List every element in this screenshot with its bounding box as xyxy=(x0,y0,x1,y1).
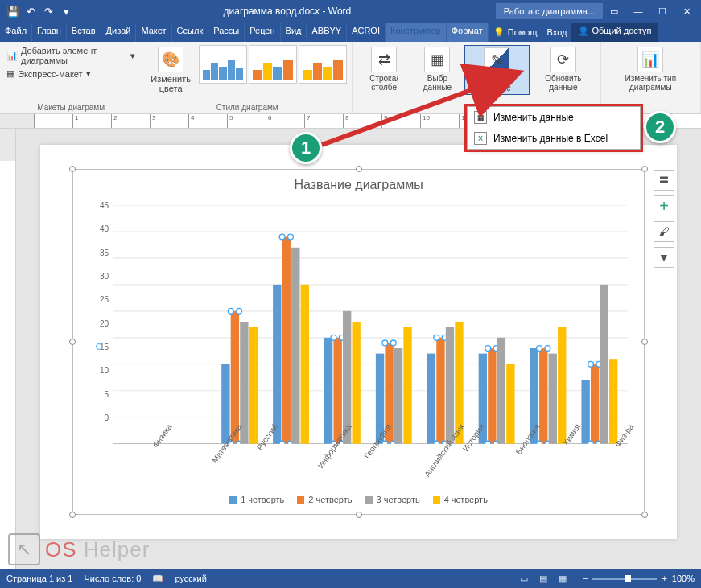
page: 〓 + 🖌 ▼ Название диаграммы 0510152025303… xyxy=(40,145,677,539)
tell-me[interactable]: 💡 Помощ xyxy=(489,23,542,42)
switch-icon: ⇄ xyxy=(371,47,397,72)
ribbon-tabs: Файл Главн Встав Дизай Макет Ссылк Рассы… xyxy=(0,23,701,42)
titlebar: 💾 ↶ ↷ ▾ диаграмма ворд.docx - Word Работ… xyxy=(0,0,701,23)
resize-handle[interactable] xyxy=(69,512,76,518)
dropdown-edit-data[interactable]: ▦ Изменить данные xyxy=(468,107,640,128)
status-language[interactable]: русский xyxy=(175,574,206,583)
select-data-button[interactable]: ▦ Выбр данные xyxy=(412,45,462,95)
svg-point-29 xyxy=(331,335,336,340)
window-title: диаграмма ворд.docx - Word xyxy=(79,6,496,17)
chart-filters-button[interactable]: 🖌 xyxy=(654,221,674,242)
chart-title[interactable]: Название диаграммы xyxy=(73,170,644,197)
dropdown-edit-excel[interactable]: X Изменить данные в Excel xyxy=(468,128,640,149)
svg-point-13 xyxy=(228,308,233,314)
resize-handle[interactable] xyxy=(69,166,76,172)
resize-handle[interactable] xyxy=(356,166,362,172)
quick-layout-button[interactable]: ▦ Экспресс-макет ▾ xyxy=(5,68,137,80)
palette-icon: 🎨 xyxy=(158,47,183,72)
edit-data-icon: ✎ xyxy=(484,47,509,73)
tab-mailings[interactable]: Рассы xyxy=(208,23,245,42)
zoom-in-icon[interactable]: + xyxy=(662,574,666,583)
svg-point-21 xyxy=(279,234,285,240)
view-read-icon[interactable]: ▭ xyxy=(515,571,533,586)
svg-rect-25 xyxy=(291,248,299,444)
share-button[interactable]: 👤 Общий доступ xyxy=(571,23,658,42)
tab-format[interactable]: Формат xyxy=(447,23,489,42)
chart-object[interactable]: 〓 + 🖌 ▼ Название диаграммы 0510152025303… xyxy=(72,169,645,515)
page-area: 〓 + 🖌 ▼ Название диаграммы 0510152025303… xyxy=(16,129,701,569)
group-styles-label: Стили диаграмм xyxy=(147,103,347,112)
chart-styles-gallery[interactable] xyxy=(199,45,347,84)
resize-handle[interactable] xyxy=(69,339,76,345)
save-icon[interactable]: 💾 xyxy=(6,5,19,18)
excel-icon: X xyxy=(474,132,487,145)
svg-point-45 xyxy=(434,335,439,340)
edit-data-dropdown: ▦ Изменить данные X Изменить данные в Ex… xyxy=(467,106,641,150)
proofing-icon[interactable]: 📖 xyxy=(152,574,163,584)
refresh-icon: ⟳ xyxy=(550,47,576,72)
chart-plot[interactable] xyxy=(113,205,628,444)
svg-point-53 xyxy=(485,346,491,352)
svg-point-61 xyxy=(537,346,542,352)
tab-design[interactable]: Дизай xyxy=(101,23,137,42)
minimize-icon[interactable]: — xyxy=(627,3,649,19)
tab-view[interactable]: Вид xyxy=(281,23,307,42)
svg-point-37 xyxy=(382,340,388,346)
tab-file[interactable]: Файл xyxy=(0,23,32,42)
watermark: ↖ OS Helper xyxy=(8,533,150,565)
status-words[interactable]: Число слов: 0 xyxy=(84,574,141,583)
resize-handle[interactable] xyxy=(641,512,648,518)
maximize-icon[interactable]: ☐ xyxy=(651,3,674,19)
close-icon[interactable]: ✕ xyxy=(675,3,698,19)
view-print-icon[interactable]: ▤ xyxy=(534,571,552,586)
chart-elements-button[interactable]: 〓 xyxy=(654,170,674,191)
ribbon-options-icon[interactable]: ▭ xyxy=(603,3,625,19)
annotation-badge-2: 2 xyxy=(644,111,676,143)
tab-insert[interactable]: Встав xyxy=(67,23,101,42)
switch-row-col-button[interactable]: ⇄ Строка/столбе xyxy=(357,45,410,95)
resize-handle[interactable] xyxy=(356,512,362,518)
zoom-out-icon[interactable]: − xyxy=(583,574,588,583)
table-icon: ▦ xyxy=(424,47,450,72)
tab-abbyy[interactable]: ABBYY xyxy=(307,23,347,42)
svg-point-14 xyxy=(237,308,242,314)
tab-constructor[interactable]: Конструктор xyxy=(386,23,447,42)
qat-more-icon[interactable]: ▾ xyxy=(60,5,72,18)
chart-type-icon: 📊 xyxy=(637,47,663,72)
mini-table-icon: ▦ xyxy=(474,111,487,124)
svg-point-62 xyxy=(545,346,550,352)
annotation-badge-1: 1 xyxy=(290,132,322,164)
add-chart-element-button[interactable]: 📊 Добавить элемент диаграммы ▾ xyxy=(5,45,137,66)
zoom-control[interactable]: − + 100% xyxy=(583,574,695,583)
y-axis-labels: 051015202530354045 xyxy=(88,205,112,417)
vertical-ruler[interactable] xyxy=(0,129,16,569)
statusbar: Страница 1 из 1 Число слов: 0 📖 русский … xyxy=(0,569,701,588)
tab-review[interactable]: Рецен xyxy=(245,23,280,42)
resize-handle[interactable] xyxy=(641,339,648,345)
context-tool-label: Работа с диаграмма... xyxy=(496,3,603,19)
status-page[interactable]: Страница 1 из 1 xyxy=(6,574,72,583)
svg-point-38 xyxy=(390,340,396,346)
tab-home[interactable]: Главн xyxy=(32,23,67,42)
undo-icon[interactable]: ↶ xyxy=(24,5,37,18)
svg-point-22 xyxy=(288,234,294,240)
zoom-level[interactable]: 100% xyxy=(672,574,695,583)
chart-legend[interactable]: 1 четверть2 четверть3 четверть4 четверть xyxy=(73,495,644,504)
svg-rect-20 xyxy=(282,237,291,444)
edit-data-button[interactable]: ✎ Изменить данные xyxy=(464,45,530,95)
refresh-data-button[interactable]: ⟳ Обновить данные xyxy=(531,45,596,95)
chart-filter-funnel[interactable]: ▼ xyxy=(654,247,674,268)
signin[interactable]: Вход xyxy=(542,23,572,42)
redo-icon[interactable]: ↷ xyxy=(42,5,55,18)
change-colors-button[interactable]: 🎨 Изменить цвета xyxy=(147,45,194,95)
tab-acrobat[interactable]: ACROI xyxy=(347,23,386,42)
chart-styles-button[interactable]: + xyxy=(654,195,674,216)
tab-layout[interactable]: Макет xyxy=(136,23,171,42)
view-web-icon[interactable]: ▦ xyxy=(554,571,571,586)
tab-references[interactable]: Ссылк xyxy=(172,23,209,42)
resize-handle[interactable] xyxy=(641,166,648,172)
change-chart-type-button[interactable]: 📊 Изменить тип диаграммы xyxy=(606,45,695,93)
group-layouts-label: Макеты диаграмм xyxy=(5,103,137,112)
x-axis-labels: ФизикаМатематикаРусскийИнформатикаГеогра… xyxy=(113,419,628,475)
ribbon: 📊 Добавить элемент диаграммы ▾ ▦ Экспрес… xyxy=(0,42,701,114)
